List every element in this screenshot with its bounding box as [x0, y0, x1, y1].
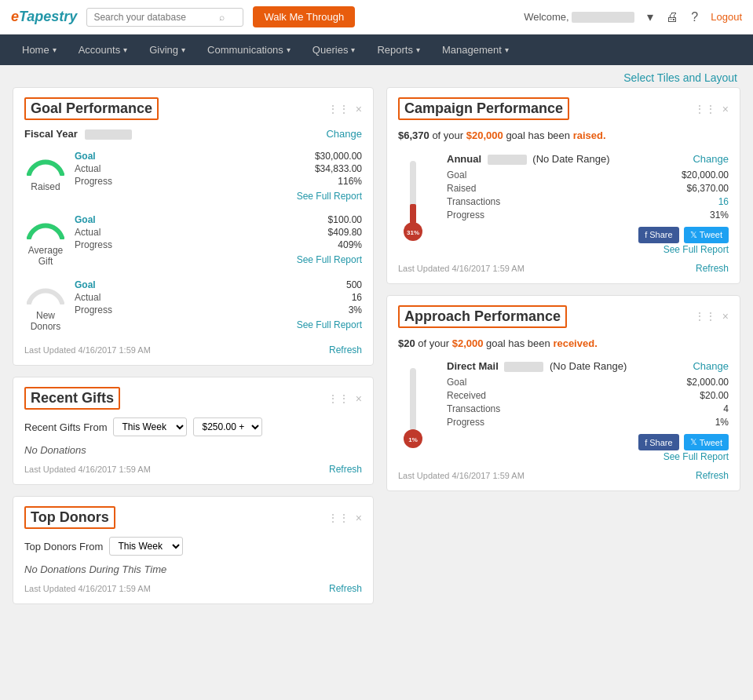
- approach-received-row: Received $20.00: [447, 390, 729, 401]
- close-icon[interactable]: ×: [722, 103, 729, 115]
- top-donors-title: Top Donors: [24, 506, 115, 529]
- nd-see-full[interactable]: See Full Report: [75, 319, 362, 330]
- nav-item-queries[interactable]: Queries▾: [302, 35, 367, 65]
- approach-refresh-link[interactable]: Refresh: [696, 470, 729, 481]
- campaign-refresh-link[interactable]: Refresh: [696, 263, 729, 274]
- facebook-icon: f: [645, 230, 647, 239]
- fiscal-year-change-link[interactable]: Change: [326, 128, 362, 140]
- top-donors-time-select[interactable]: This Week This Month This Year: [109, 537, 183, 556]
- approach-summary-text-pre: of your: [418, 337, 451, 349]
- campaign-data: Annual (No Date Range) Change Goal $20,0…: [447, 153, 729, 255]
- campaign-footer: Last Updated 4/16/2017 1:59 AM Refresh: [398, 263, 729, 274]
- close-icon[interactable]: ×: [356, 392, 362, 405]
- close-icon[interactable]: ×: [356, 103, 362, 115]
- select-tiles-link[interactable]: Select Tiles and Layout: [0, 65, 753, 87]
- help-icon[interactable]: ?: [691, 10, 698, 24]
- grid-icon[interactable]: ⋮⋮: [327, 512, 349, 524]
- approach-change-link[interactable]: Change: [693, 360, 729, 372]
- approach-received-val: $20.00: [700, 390, 729, 401]
- grid-icon[interactable]: ⋮⋮: [327, 103, 349, 115]
- dropdown-icon[interactable]: ▾: [647, 9, 653, 24]
- raised-actual-label: Actual: [75, 163, 101, 174]
- recent-gifts-amount-select[interactable]: $250.00 + $100.00 + $500.00 +: [193, 417, 262, 436]
- app-logo: eTapestry: [11, 9, 77, 25]
- avg-see-full[interactable]: See Full Report: [75, 253, 362, 265]
- walk-me-through-button[interactable]: Walk Me Through: [253, 6, 355, 27]
- campaign-share-button[interactable]: f Share: [638, 227, 678, 243]
- campaign-tweet-button[interactable]: 𝕏 Tweet: [684, 227, 729, 243]
- recent-gifts-refresh-link[interactable]: Refresh: [329, 464, 362, 475]
- campaign-goal-val: $20,000.00: [682, 170, 729, 180]
- approach-tweet-button[interactable]: 𝕏 Tweet: [684, 434, 729, 450]
- raised-see-full[interactable]: See Full Report: [75, 190, 362, 202]
- approach-progress-row: Progress 1%: [447, 417, 729, 428]
- approach-date: (No Date Range): [550, 360, 627, 372]
- raised-goal-label: Goal: [75, 151, 96, 162]
- nav-item-communications[interactable]: Communications▾: [196, 35, 302, 65]
- campaign-raised-row: Raised $6,370.00: [447, 183, 729, 194]
- avg-progress-label: Progress: [75, 239, 112, 250]
- approach-goal-label: Goal: [447, 377, 466, 388]
- print-icon[interactable]: 🖨: [666, 10, 678, 24]
- search-box[interactable]: ⌕: [86, 8, 243, 27]
- approach-performance-title: Approach Performance: [398, 305, 567, 328]
- nav-item-accounts[interactable]: Accounts▾: [68, 35, 138, 65]
- approach-performance-tile: Approach Performance ⋮⋮ × $20 of your $2…: [386, 295, 740, 492]
- raised-gauge-svg: [24, 151, 67, 176]
- close-icon[interactable]: ×: [722, 310, 729, 323]
- campaign-name-blur: [488, 155, 527, 165]
- campaign-transactions-val: 16: [718, 196, 729, 207]
- campaign-progress-val: 31%: [710, 210, 729, 221]
- top-donors-tile: Top Donors ⋮⋮ × Top Donors From This Wee…: [13, 496, 374, 604]
- tile-controls: ⋮⋮ ×: [327, 392, 362, 405]
- recent-gifts-time-select[interactable]: This Week This Month This Year: [113, 417, 187, 436]
- raised-actual-row: Actual $34,833.00: [75, 163, 362, 174]
- approach-see-full[interactable]: See Full Report: [447, 450, 729, 462]
- chevron-down-icon: ▾: [287, 46, 291, 54]
- approach-summary: $20 of your $2,000 goal has been receive…: [398, 336, 729, 352]
- recent-gifts-title: Recent Gifts: [24, 387, 120, 410]
- campaign-raised-label: Raised: [447, 183, 476, 194]
- raised-progress-row: Progress 116%: [75, 176, 362, 187]
- grid-icon[interactable]: ⋮⋮: [694, 310, 716, 323]
- grid-icon[interactable]: ⋮⋮: [327, 392, 349, 405]
- new-donors-data: Goal 500 Actual 16 Progress 3% See Full …: [75, 279, 362, 330]
- user-name-blur: [572, 12, 634, 23]
- approach-footer: Last Updated 4/16/2017 1:59 AM Refresh: [398, 470, 729, 481]
- avg-gift-label: Average Gift: [24, 245, 67, 267]
- approach-progress-val: 1%: [715, 417, 729, 428]
- grid-icon[interactable]: ⋮⋮: [694, 103, 716, 115]
- approach-content: 1% Direct Mail (No Date Range) Change Go…: [398, 360, 729, 462]
- nav-item-reports[interactable]: Reports▾: [366, 35, 431, 65]
- goal-refresh-link[interactable]: Refresh: [329, 345, 362, 355]
- campaign-change-link[interactable]: Change: [693, 153, 729, 165]
- search-input[interactable]: [93, 12, 219, 23]
- nav-item-management[interactable]: Management▾: [431, 35, 520, 65]
- campaign-therm-svg: 31%: [398, 153, 428, 247]
- recent-gifts-filter-row: Recent Gifts From This Week This Month T…: [24, 417, 362, 436]
- close-icon[interactable]: ×: [356, 512, 362, 524]
- campaign-summary-raised: raised.: [573, 129, 606, 141]
- approach-transactions-row: Transactions 4: [447, 403, 729, 414]
- campaign-see-full[interactable]: See Full Report: [447, 243, 729, 255]
- top-donors-header: Top Donors ⋮⋮ ×: [24, 506, 362, 529]
- approach-transactions-val: 4: [723, 403, 729, 414]
- logout-link[interactable]: Logout: [711, 11, 742, 23]
- approach-share-button[interactable]: f Share: [638, 434, 678, 450]
- chevron-down-icon: ▾: [505, 46, 509, 54]
- campaign-transactions-row: Transactions 16: [447, 196, 729, 207]
- nd-goal-label: Goal: [75, 279, 96, 290]
- nav-item-giving[interactable]: Giving▾: [138, 35, 196, 65]
- left-column: Goal Performance ⋮⋮ × Fiscal Year Change: [13, 87, 374, 604]
- campaign-last-updated: Last Updated 4/16/2017 1:59 AM: [398, 264, 525, 273]
- approach-name: Direct Mail: [447, 360, 499, 372]
- approach-summary-received: received.: [553, 337, 597, 349]
- facebook-icon: f: [645, 438, 647, 447]
- svg-rect-1: [410, 204, 416, 224]
- campaign-raised-val: $6,370.00: [687, 183, 729, 194]
- top-nav: eTapestry ⌕ Walk Me Through Welcome, ▾ 🖨…: [0, 0, 753, 35]
- goal-performance-tile: Goal Performance ⋮⋮ × Fiscal Year Change: [13, 87, 374, 366]
- top-donors-refresh-link[interactable]: Refresh: [329, 583, 362, 594]
- nd-goal-row: Goal 500: [75, 279, 362, 290]
- nav-item-home[interactable]: Home▾: [11, 35, 68, 65]
